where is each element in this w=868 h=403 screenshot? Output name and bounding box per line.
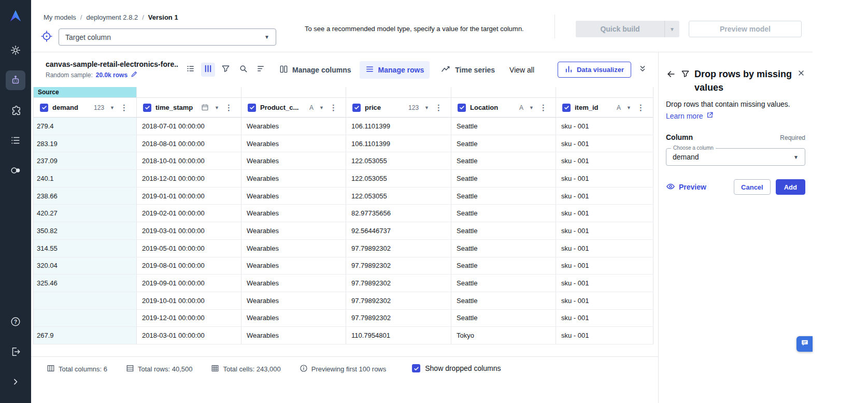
table-cell[interactable]: 350.82 xyxy=(34,222,137,239)
column-menu-icon[interactable]: ⋮ xyxy=(539,103,547,112)
table-cell[interactable]: Seattle xyxy=(451,188,556,205)
table-cell[interactable]: Wearables xyxy=(241,275,346,292)
table-cell[interactable]: sku - 001 xyxy=(556,310,653,327)
search-button[interactable] xyxy=(236,63,250,77)
table-cell[interactable]: 110.7954801 xyxy=(346,327,451,344)
table-cell[interactable]: 420.27 xyxy=(34,205,137,222)
column-view-button[interactable] xyxy=(201,63,215,77)
table-cell[interactable]: Wearables xyxy=(241,292,346,309)
table-cell[interactable]: 2019-10-01 00:00:00 xyxy=(137,292,241,309)
table-cell[interactable]: 2019-01-01 00:00:00 xyxy=(137,188,241,205)
table-cell[interactable]: 97.79892302 xyxy=(346,292,451,309)
column-menu-icon[interactable]: ⋮ xyxy=(637,103,645,112)
table-cell[interactable]: Wearables xyxy=(241,240,346,257)
table-cell[interactable]: 240.1 xyxy=(34,170,137,187)
sidebar-item-datasets[interactable] xyxy=(6,131,25,150)
table-cell[interactable]: sku - 001 xyxy=(556,257,653,275)
table-cell[interactable]: 283.19 xyxy=(34,135,137,152)
table-cell[interactable]: 2018-10-01 00:00:00 xyxy=(137,152,241,169)
table-cell[interactable]: sku - 001 xyxy=(556,188,653,205)
column-header-item_id[interactable]: item_idA▼⋮ xyxy=(556,98,653,117)
table-cell[interactable]: 320.04 xyxy=(34,257,137,275)
table-cell[interactable]: sku - 001 xyxy=(556,327,653,344)
sidebar-item-build[interactable] xyxy=(6,40,25,60)
table-cell[interactable]: 97.79892302 xyxy=(346,310,451,327)
table-cell[interactable]: Seattle xyxy=(451,257,556,275)
column-menu-icon[interactable]: ⋮ xyxy=(120,103,128,112)
chevron-down-icon[interactable]: ▼ xyxy=(627,105,631,110)
column-header-demand[interactable]: demand123▼⋮ xyxy=(34,98,137,117)
table-cell[interactable]: Seattle xyxy=(451,222,556,239)
table-cell[interactable]: Seattle xyxy=(451,240,556,257)
table-cell[interactable]: 122.053055 xyxy=(346,188,451,205)
target-column-select[interactable]: Target column ▼ xyxy=(59,28,276,46)
table-cell[interactable]: 2019-12-01 00:00:00 xyxy=(137,310,241,327)
column-checkbox[interactable] xyxy=(143,104,151,112)
table-cell[interactable]: Wearables xyxy=(241,135,346,152)
table-cell[interactable]: 267.9 xyxy=(34,327,137,344)
table-cell[interactable] xyxy=(34,310,137,327)
column-menu-icon[interactable]: ⋮ xyxy=(225,103,233,112)
sidebar-item-help[interactable]: ? xyxy=(6,312,25,332)
sidebar-item-extensions[interactable] xyxy=(6,100,25,120)
add-button[interactable]: Add xyxy=(776,179,805,195)
table-cell[interactable]: 2019-09-01 00:00:00 xyxy=(137,275,241,292)
table-cell[interactable]: 122.053055 xyxy=(346,152,451,169)
sidebar-item-automations[interactable] xyxy=(6,161,25,180)
table-cell[interactable]: 106.1101399 xyxy=(346,118,451,135)
view-all-button[interactable]: View all xyxy=(509,66,534,74)
table-cell[interactable]: Seattle xyxy=(451,275,556,292)
table-cell[interactable]: 2018-12-01 00:00:00 xyxy=(137,170,241,187)
back-button[interactable] xyxy=(666,69,676,79)
sidebar-item-sign-out[interactable] xyxy=(6,342,25,362)
table-cell[interactable]: 82.97735656 xyxy=(346,205,451,222)
chevron-down-icon[interactable]: ▼ xyxy=(424,105,429,110)
table-cell[interactable]: 97.79892302 xyxy=(346,240,451,257)
table-cell[interactable]: Seattle xyxy=(451,152,556,169)
sample-size-link[interactable]: 20.0k rows xyxy=(96,71,127,79)
column-checkbox[interactable] xyxy=(458,104,466,112)
show-dropped-checkbox[interactable] xyxy=(412,364,420,372)
chevron-down-icon[interactable]: ▼ xyxy=(215,105,219,110)
table-cell[interactable]: 325.46 xyxy=(34,275,137,292)
table-cell[interactable]: Wearables xyxy=(241,188,346,205)
table-cell[interactable]: 2019-05-01 00:00:00 xyxy=(137,240,241,257)
close-icon[interactable] xyxy=(797,69,805,77)
table-cell[interactable]: Wearables xyxy=(241,205,346,222)
sort-list-button[interactable] xyxy=(254,63,268,77)
table-cell[interactable]: Wearables xyxy=(241,310,346,327)
table-cell[interactable]: Tokyo xyxy=(451,327,556,344)
list-view-button[interactable] xyxy=(183,63,197,77)
show-dropped-columns-toggle[interactable]: Show dropped columns xyxy=(412,364,501,372)
table-cell[interactable]: 2018-08-01 00:00:00 xyxy=(137,135,241,152)
manage-columns-button[interactable]: Manage columns xyxy=(279,65,351,75)
edit-sample-icon[interactable] xyxy=(131,70,138,79)
table-cell[interactable]: sku - 001 xyxy=(556,205,653,222)
column-header-time_stamp[interactable]: time_stamp▼⋮ xyxy=(137,98,241,117)
table-cell[interactable]: 97.79892302 xyxy=(346,275,451,292)
table-cell[interactable]: Wearables xyxy=(241,170,346,187)
table-cell[interactable]: Seattle xyxy=(451,310,556,327)
table-cell[interactable]: sku - 001 xyxy=(556,170,653,187)
column-checkbox[interactable] xyxy=(248,104,256,112)
column-menu-icon[interactable]: ⋮ xyxy=(330,103,337,112)
table-cell[interactable]: Wearables xyxy=(241,152,346,169)
choose-column-select[interactable]: Choose a column demand ▼ xyxy=(666,148,805,166)
preview-button[interactable]: Preview xyxy=(666,182,706,192)
table-cell[interactable]: Seattle xyxy=(451,135,556,152)
learn-more-link[interactable]: Learn more xyxy=(666,111,714,120)
table-cell[interactable]: sku - 001 xyxy=(556,240,653,257)
table-cell[interactable]: sku - 001 xyxy=(556,152,653,169)
quick-build-button[interactable]: Quick build xyxy=(576,21,665,37)
feedback-chat-button[interactable] xyxy=(796,336,813,352)
table-cell[interactable]: 122.053055 xyxy=(346,170,451,187)
chevron-down-icon[interactable]: ▼ xyxy=(529,105,534,110)
table-cell[interactable] xyxy=(34,292,137,309)
cancel-button[interactable]: Cancel xyxy=(734,179,771,195)
table-cell[interactable]: 2018-07-01 00:00:00 xyxy=(137,118,241,135)
breadcrumb-deployment[interactable]: deployment 2.8.2 xyxy=(86,13,138,21)
sidebar-item-my-models[interactable] xyxy=(6,70,25,90)
column-checkbox[interactable] xyxy=(352,104,361,112)
filter-button[interactable] xyxy=(219,63,233,77)
column-menu-icon[interactable]: ⋮ xyxy=(435,103,443,112)
